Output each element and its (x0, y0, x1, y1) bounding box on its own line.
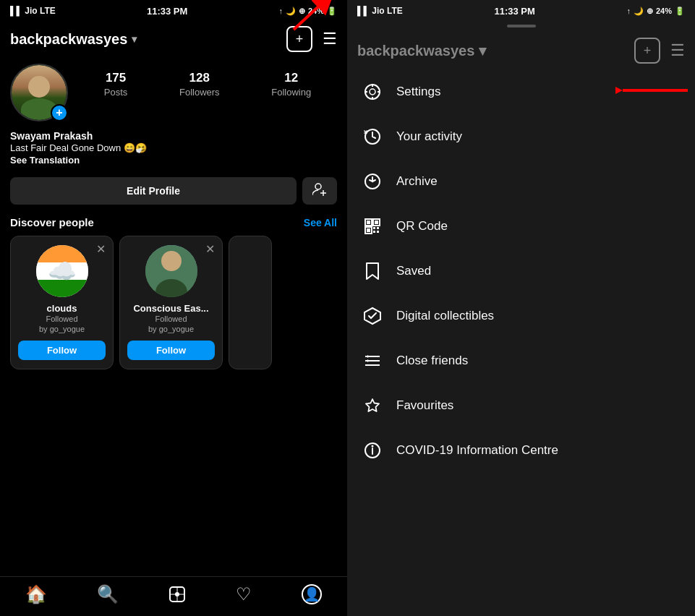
posts-label: Posts (104, 87, 128, 98)
status-bar-right: ▌▌ Jio LTE 11:33 PM ↑ 🌙 ⊕ 24% 🔋 (347, 0, 695, 20)
top-nav-left: backpackwasyes ▾ + ☰ (0, 20, 347, 58)
status-icons-right: ↑ 🌙 ⊕ 24% 🔋 (626, 7, 685, 16)
nav-reels-button[interactable] (169, 586, 186, 603)
add-person-button[interactable] (302, 177, 337, 205)
see-translation-button[interactable]: See Translation (10, 155, 337, 166)
menu-item-favourites[interactable]: Favourites (347, 383, 695, 428)
stats-area: 175 Posts 128 Followers 12 Following (78, 64, 337, 98)
svg-rect-25 (367, 228, 370, 232)
menu-list: Settings (347, 69, 695, 616)
menu-item-digital-collectibles[interactable]: Digital collectibles (347, 294, 695, 338)
status-bar-left: ▌▌ Jio LTE 11:33 PM ↑ 🌙 ⊕ 24% 🔋 (0, 0, 347, 20)
nav-profile-button[interactable]: 👤 (302, 584, 322, 604)
action-buttons: Edit Profile (0, 171, 347, 210)
menu-item-qr-code[interactable]: QR Code (347, 204, 695, 249)
followers-label: Followers (179, 87, 220, 98)
add-post-button[interactable]: + (286, 26, 312, 52)
right-panel: ▌▌ Jio LTE 11:33 PM ↑ 🌙 ⊕ 24% 🔋 backpack… (347, 0, 695, 616)
nav-icons-wrapper: + ☰ (286, 26, 337, 52)
username-left: backpackwasyes (10, 31, 127, 48)
svg-rect-26 (373, 227, 375, 229)
archive-label: Archive (396, 174, 438, 189)
drag-handle (347, 20, 695, 32)
person-card-partial (229, 236, 272, 369)
digital-collectibles-label: Digital collectibles (396, 309, 494, 323)
username-area-right[interactable]: backpackwasyes ▾ (357, 42, 486, 59)
menu-item-covid[interactable]: COVID-19 Information Centre (347, 428, 695, 473)
menu-item-close-friends[interactable]: Close friends (347, 338, 695, 383)
svg-point-12 (370, 89, 375, 95)
menu-item-archive[interactable]: Archive (347, 159, 695, 204)
favourites-label: Favourites (396, 398, 453, 413)
plus-icon-right: + (644, 43, 652, 59)
avatar-container: + (10, 64, 68, 121)
bio-name: Swayam Prakash (10, 130, 337, 142)
svg-point-5 (161, 251, 182, 271)
person-card-conscious: ✕ Conscious Eas... Followed by go_yogue … (119, 236, 223, 369)
hamburger-wrapper: ☰ (323, 30, 337, 48)
svg-rect-27 (377, 231, 379, 233)
stat-following[interactable]: 12 Following (271, 71, 311, 98)
svg-point-38 (372, 445, 374, 448)
username-area-left[interactable]: backpackwasyes ▾ (10, 31, 137, 48)
carrier-left: ▌▌ Jio LTE (10, 6, 56, 16)
follow-button-conscious[interactable]: Follow (127, 341, 215, 360)
left-panel: ▌▌ Jio LTE 11:33 PM ↑ 🌙 ⊕ 24% 🔋 backpack… (0, 0, 347, 616)
battery-right: 24% (656, 7, 672, 15)
stat-followers[interactable]: 128 Followers (179, 71, 220, 98)
svg-rect-28 (373, 231, 375, 233)
qr-code-icon (362, 215, 383, 237)
svg-rect-29 (377, 227, 379, 229)
battery-left: 24% (308, 7, 324, 15)
chevron-down-icon: ▾ (132, 33, 137, 45)
carrier-right: ▌▌ Jio LTE (357, 6, 403, 16)
card-avatar-clouds: ☁️ (36, 245, 88, 297)
person-card-clouds: ✕ ☁️ clouds Followed by go_yogue Follow (10, 236, 114, 369)
your-activity-label: Your activity (396, 129, 462, 144)
see-all-button[interactable]: See All (304, 217, 337, 228)
username-right: backpackwasyes (357, 43, 474, 59)
nav-likes-button[interactable]: ♡ (236, 584, 252, 604)
card-username-clouds: clouds (47, 303, 77, 314)
discover-title: Discover people (10, 216, 94, 228)
following-count: 12 (284, 71, 298, 85)
status-icons-left: ↑ 🌙 ⊕ 24% 🔋 (278, 7, 337, 16)
menu-item-your-activity[interactable]: Your activity (347, 114, 695, 159)
top-nav-right: backpackwasyes ▾ + ☰ (347, 32, 695, 69)
svg-marker-34 (367, 355, 370, 358)
posts-count: 175 (106, 71, 126, 85)
follow-button-clouds[interactable]: Follow (18, 341, 106, 360)
followers-count: 128 (189, 71, 210, 85)
qr-code-label: QR Code (396, 219, 448, 234)
add-story-button[interactable]: + (51, 104, 68, 121)
close-friends-label: Close friends (396, 354, 468, 368)
hamburger-icon-right[interactable]: ☰ (670, 41, 685, 60)
svg-rect-24 (375, 221, 378, 224)
menu-item-settings[interactable]: Settings (347, 69, 695, 114)
card-username-conscious: Conscious Eas... (133, 303, 208, 314)
nav-search-button[interactable]: 🔍 (97, 584, 119, 604)
bottom-nav-left: 🏠 🔍 ♡ 👤 (0, 576, 347, 616)
stat-posts[interactable]: 175 Posts (104, 71, 128, 98)
card-avatar-conscious (145, 245, 197, 297)
hamburger-icon[interactable]: ☰ (323, 30, 337, 48)
nav-icons-right: + ☰ (634, 38, 685, 64)
nav-home-button[interactable]: 🏠 (25, 584, 47, 604)
people-cards: ✕ ☁️ clouds Followed by go_yogue Follow (0, 231, 347, 374)
close-card-conscious[interactable]: ✕ (205, 242, 215, 256)
digital-collectibles-icon (362, 305, 383, 327)
edit-profile-button[interactable]: Edit Profile (10, 177, 297, 205)
close-card-clouds[interactable]: ✕ (96, 242, 106, 256)
archive-icon (362, 171, 383, 192)
menu-item-saved[interactable]: Saved (347, 249, 695, 294)
close-friends-icon (362, 350, 383, 372)
time-right: 11:33 PM (494, 6, 534, 17)
plus-icon: + (296, 32, 304, 47)
settings-icon (362, 81, 383, 103)
add-button-right[interactable]: + (634, 38, 660, 64)
favourites-icon (362, 395, 383, 416)
card-followed-conscious: Followed by go_yogue (148, 314, 194, 335)
settings-label: Settings (396, 85, 440, 99)
following-label: Following (271, 87, 311, 98)
svg-point-1 (315, 184, 321, 189)
